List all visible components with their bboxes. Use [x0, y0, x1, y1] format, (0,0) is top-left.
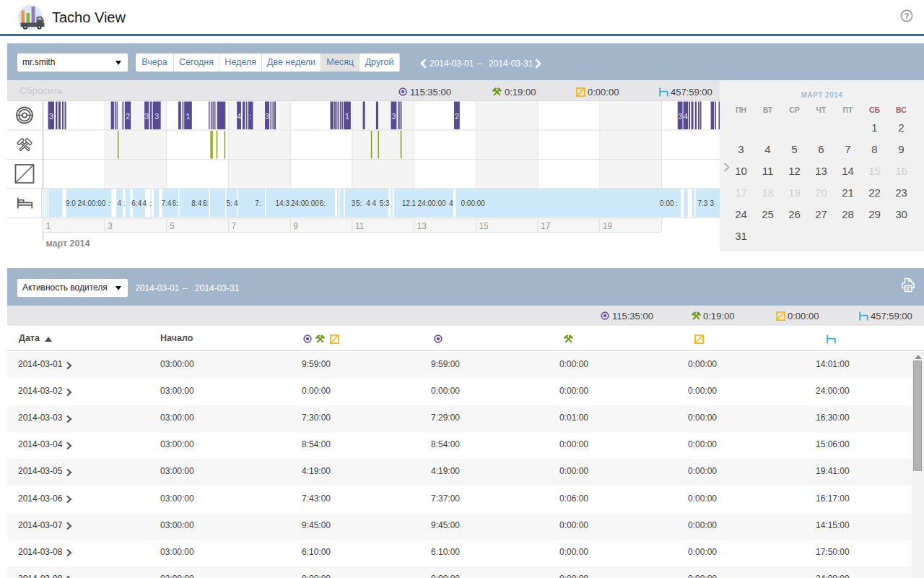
svg-text:4: 4: [118, 199, 122, 207]
svg-text:6:: 6:: [173, 199, 178, 207]
svg-text::: :: [250, 112, 252, 121]
svg-text:4: 4: [372, 199, 377, 207]
svg-text:4: 4: [234, 199, 238, 207]
svg-text:8:4: 8:4: [191, 199, 201, 207]
svg-text:11: 11: [355, 221, 365, 231]
svg-text:6:4: 6:4: [131, 199, 141, 207]
svg-text:17: 17: [541, 221, 551, 231]
svg-text:4: 4: [237, 112, 241, 121]
svg-text:4: 4: [366, 199, 370, 207]
svg-text:7:4: 7:4: [162, 199, 172, 207]
svg-text:4: 4: [684, 112, 688, 121]
svg-text:март 2014: март 2014: [46, 238, 90, 249]
svg-text:3: 3: [144, 112, 149, 121]
svg-text:3: 3: [49, 112, 53, 121]
svg-text::: :: [123, 199, 126, 207]
svg-text:14:3: 14:3: [276, 199, 290, 207]
svg-text:7:3: 7:3: [698, 199, 708, 207]
svg-text:13: 13: [417, 221, 427, 231]
svg-text:6:: 6:: [203, 199, 209, 207]
svg-text:19: 19: [603, 221, 613, 231]
svg-text:12:1: 12:1: [402, 199, 417, 207]
svg-text:3: 3: [392, 112, 396, 121]
svg-text:4: 4: [143, 199, 147, 207]
svg-text:?: ?: [905, 12, 910, 20]
svg-text:9:0: 9:0: [66, 199, 76, 207]
svg-text:5:: 5:: [227, 199, 232, 207]
svg-text:3: 3: [678, 112, 682, 121]
svg-text:3: 3: [154, 112, 159, 121]
svg-text:0:00: 0:00: [660, 199, 674, 207]
svg-text:7: 7: [232, 221, 237, 231]
svg-text:1: 1: [186, 112, 191, 121]
svg-text::: :: [676, 199, 678, 207]
svg-text:4: 4: [449, 199, 453, 207]
svg-text:24:00:00: 24:00:00: [418, 199, 446, 207]
svg-text:24:00:00: 24:00:00: [291, 199, 319, 207]
svg-text:1: 1: [345, 112, 349, 121]
svg-text:3: 3: [352, 199, 356, 207]
svg-text:24:00:00: 24:00:00: [78, 199, 106, 207]
svg-text:1: 1: [46, 221, 51, 231]
svg-text:9: 9: [293, 221, 298, 231]
svg-text:0:00:00: 0:00:00: [461, 199, 486, 207]
svg-text:6:: 6:: [320, 199, 326, 207]
svg-text:3: 3: [265, 112, 269, 121]
svg-text:7:: 7:: [255, 199, 261, 207]
svg-text::: :: [108, 199, 110, 207]
svg-text:5:: 5:: [356, 199, 362, 207]
svg-text:15: 15: [479, 221, 489, 231]
svg-text:3: 3: [108, 221, 113, 231]
svg-text:3: 3: [710, 199, 715, 207]
svg-text:2: 2: [455, 112, 459, 121]
svg-text::: :: [149, 199, 152, 207]
svg-text:5: 5: [170, 221, 175, 231]
svg-text:2: 2: [126, 112, 130, 121]
svg-text:5:3: 5:3: [380, 199, 390, 207]
